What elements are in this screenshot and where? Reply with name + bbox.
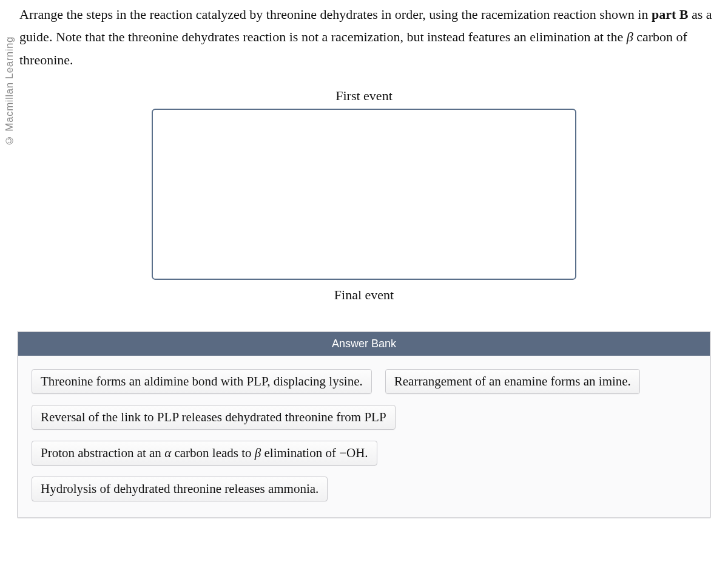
chip-hydrolysis[interactable]: Hydrolysis of dehydrated threonine relea… xyxy=(32,477,328,501)
answer-bank-body: Threonine forms an aldimine bond with PL… xyxy=(18,356,710,517)
chip-text: elimination of −OH. xyxy=(261,446,368,460)
first-event-label: First event xyxy=(17,88,711,104)
answer-bank-header: Answer Bank xyxy=(18,332,710,356)
content-area: First event Final event Answer Bank Thre… xyxy=(17,88,711,518)
copyright-sidetext: © Macmillan Learning xyxy=(4,36,16,146)
alpha-symbol: α xyxy=(164,446,171,460)
chip-rearrangement[interactable]: Rearrangement of an enamine forms an imi… xyxy=(385,369,640,394)
final-event-label: Final event xyxy=(17,287,711,303)
beta-symbol: β xyxy=(255,446,261,460)
beta-symbol: β xyxy=(627,29,633,44)
answer-bank: Answer Bank Threonine forms an aldimine … xyxy=(17,331,711,518)
question-bold: part B xyxy=(652,7,689,22)
chip-proton[interactable]: Proton abstraction at an α carbon leads … xyxy=(32,441,377,466)
chip-reversal[interactable]: Reversal of the link to PLP releases deh… xyxy=(32,405,396,430)
ordering-dropzone[interactable] xyxy=(152,109,576,280)
chip-text: Proton abstraction at an xyxy=(41,446,164,460)
chip-aldimine[interactable]: Threonine forms an aldimine bond with PL… xyxy=(32,369,372,394)
question-part: Arrange the steps in the reaction cataly… xyxy=(19,7,652,22)
question-text: Arrange the steps in the reaction cataly… xyxy=(19,3,723,71)
chip-text: carbon leads to xyxy=(171,446,255,460)
